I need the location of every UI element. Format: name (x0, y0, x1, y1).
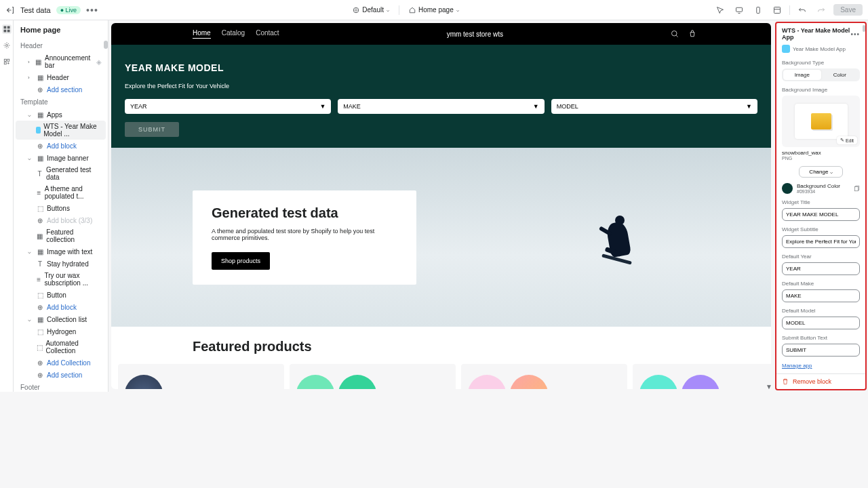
submit-text-label: Submit Button Text (782, 335, 860, 341)
svg-rect-5 (7, 26, 9, 29)
ymm-subtitle: Explore the Perfect Fit for Your Vehicle (125, 83, 757, 89)
store-header: Home Catalog Contact ymm test store wts (111, 23, 771, 45)
tree-automated[interactable]: ⬚Automated Collection (16, 338, 106, 357)
tree-button[interactable]: ⬚Button (16, 289, 106, 301)
nav-contact[interactable]: Contact (256, 29, 279, 39)
shop-button[interactable]: Shop products (212, 252, 270, 270)
bg-color-row[interactable]: Background Color #093934 (776, 180, 865, 197)
copy-icon[interactable] (853, 185, 860, 192)
svg-rect-4 (3, 26, 6, 29)
nav-catalog[interactable]: Catalog (222, 29, 245, 39)
preview-area: Home Catalog Contact ymm test store wts … (108, 20, 774, 392)
banner-image (595, 216, 642, 283)
search-icon[interactable] (671, 30, 679, 38)
settings-scrollbar[interactable] (863, 25, 865, 32)
ymm-title: YEAR MAKE MODEL (125, 62, 757, 73)
tab-image[interactable]: Image (783, 70, 821, 80)
save-button[interactable]: Save (833, 4, 863, 16)
preview-scroll-down-icon[interactable]: ▼ (766, 383, 772, 390)
add-section-template[interactable]: ⊕Add section (16, 369, 106, 381)
sidebar-scrollbar[interactable] (104, 41, 108, 49)
model-select[interactable]: MODEL▼ (551, 99, 757, 114)
svg-rect-13 (855, 187, 859, 191)
tree-wts-app[interactable]: WTS - Year Make Model ... (16, 121, 106, 140)
desktop-icon[interactable] (732, 3, 746, 17)
template-dropdown[interactable]: Home page ⌵ (405, 4, 463, 16)
tree-try-wax[interactable]: ≡Try our wax subscription ... (16, 270, 106, 289)
tree-apps[interactable]: ⌵▦Apps (16, 108, 106, 121)
fullwidth-icon[interactable] (770, 3, 784, 17)
banner-card: Generated test data A theme and populate… (193, 190, 416, 285)
tree-generated[interactable]: TGenerated test data (16, 164, 106, 183)
color-name: Background Color (797, 183, 849, 189)
remove-block-button[interactable]: Remove block (776, 373, 865, 389)
tree-theme-pop[interactable]: ≡A theme and populated t... (16, 183, 106, 202)
add-block-apps[interactable]: ⊕Add block (16, 140, 106, 152)
svg-rect-1 (736, 7, 743, 12)
default-year-input[interactable] (782, 262, 860, 275)
ymm-widget: YEAR MAKE MODEL Explore the Perfect Fit … (111, 45, 771, 148)
mobile-icon[interactable] (751, 3, 765, 17)
default-make-label: Default Make (782, 281, 860, 287)
tree-buttons[interactable]: ⬚Buttons (16, 202, 106, 214)
edit-image-button[interactable]: ✎Edit (837, 136, 857, 144)
default-model-label: Default Model (782, 308, 860, 314)
inspector-icon[interactable] (713, 3, 727, 17)
widget-subtitle-input[interactable] (782, 235, 860, 248)
tree-announcement[interactable]: ›▦Announcement bar◈ (16, 52, 106, 71)
cart-icon[interactable] (688, 30, 696, 38)
default-year-label: Default Year (782, 253, 860, 260)
rail-sections-icon[interactable] (2, 24, 12, 34)
image-preview[interactable]: ✎Edit (782, 96, 860, 147)
featured-title: Featured products (193, 339, 690, 354)
default-make-input[interactable] (782, 289, 860, 302)
tab-color[interactable]: Color (821, 70, 859, 80)
ymm-submit-button[interactable]: SUBMIT (125, 122, 179, 137)
tree-collection-list[interactable]: ⌵▦Collection list (16, 313, 106, 325)
settings-title: WTS - Year Make Model App (782, 27, 850, 41)
rail-settings-icon[interactable] (2, 41, 12, 50)
banner-text: A theme and populated test store by Shop… (212, 228, 397, 241)
product-card[interactable] (461, 364, 627, 389)
make-select[interactable]: MAKE▼ (338, 99, 544, 114)
more-menu[interactable]: ••• (86, 5, 98, 16)
page-name: Test data (20, 6, 51, 14)
product-card[interactable] (633, 364, 771, 389)
svg-rect-7 (7, 30, 9, 33)
tree-featured[interactable]: ▦Featured collection (16, 226, 106, 245)
live-badge: ● Live (56, 6, 81, 14)
tree-hydrogen[interactable]: ⬚Hydrogen (16, 325, 106, 338)
manage-app-link[interactable]: Manage app (782, 363, 812, 369)
add-block-disabled: ⊕Add block (3/3) (16, 214, 106, 226)
viewport-dropdown[interactable]: Default ⌵ (349, 4, 393, 16)
nav-home[interactable]: Home (193, 29, 211, 39)
tree-image-banner[interactable]: ⌵▦Image banner (16, 152, 106, 164)
widget-title-label: Widget Title (782, 199, 860, 205)
change-image-button[interactable]: Change ⌵ (799, 166, 842, 178)
product-card[interactable] (290, 364, 456, 389)
color-swatch (782, 183, 793, 194)
store-name: ymm test store wts (447, 30, 503, 38)
year-select[interactable]: YEAR▼ (125, 99, 331, 114)
sidebar-title: Home page (14, 20, 108, 39)
widget-title-input[interactable] (782, 208, 860, 221)
tree-image-text[interactable]: ⌵▦Image with text (16, 245, 106, 258)
tree-header[interactable]: ›▦Header (16, 71, 106, 83)
tree-stay-hydrated[interactable]: TStay hydrated (16, 258, 106, 270)
default-model-input[interactable] (782, 317, 860, 329)
product-card[interactable] (118, 364, 284, 389)
svg-point-12 (671, 31, 677, 37)
add-section-header[interactable]: ⊕Add section (16, 83, 106, 96)
group-header: Header (14, 39, 108, 52)
exit-icon[interactable] (5, 5, 15, 15)
add-collection[interactable]: ⊕Add Collection (16, 357, 106, 369)
rail-apps-icon[interactable] (2, 57, 12, 66)
featured-section: Featured products (111, 327, 771, 389)
settings-more-icon[interactable]: ••• (850, 30, 860, 38)
submit-text-input[interactable] (782, 344, 860, 357)
redo-icon[interactable] (814, 3, 828, 17)
undo-icon[interactable] (795, 3, 809, 17)
trash-icon (782, 378, 789, 385)
bg-type-segmented[interactable]: Image Color (782, 68, 860, 81)
add-block-imgtext[interactable]: ⊕Add block (16, 301, 106, 313)
